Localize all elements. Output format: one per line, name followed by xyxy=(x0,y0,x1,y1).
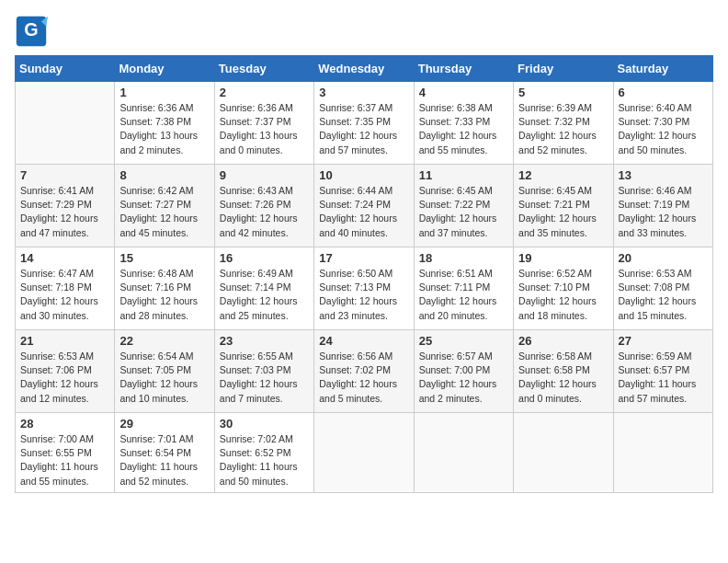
day-number: 30 xyxy=(220,417,309,431)
cell-info: Sunrise: 6:45 AMSunset: 7:22 PMDaylight:… xyxy=(419,184,508,240)
calendar-cell xyxy=(514,413,613,493)
day-number: 15 xyxy=(119,251,209,265)
day-number: 12 xyxy=(518,168,608,182)
calendar-cell: 27Sunrise: 6:59 AMSunset: 6:57 PMDayligh… xyxy=(613,330,712,413)
cell-info: Sunrise: 6:36 AMSunset: 7:37 PMDaylight:… xyxy=(220,101,309,157)
page-header: G xyxy=(15,15,713,48)
cell-info: Sunrise: 6:58 AMSunset: 6:58 PMDaylight:… xyxy=(518,350,608,406)
day-number: 19 xyxy=(518,251,608,265)
svg-text:G: G xyxy=(24,19,38,40)
day-number: 27 xyxy=(619,334,708,348)
cell-info: Sunrise: 6:48 AMSunset: 7:16 PMDaylight:… xyxy=(119,267,209,323)
calendar-cell: 24Sunrise: 6:56 AMSunset: 7:02 PMDayligh… xyxy=(314,330,414,413)
cell-info: Sunrise: 6:50 AMSunset: 7:13 PMDaylight:… xyxy=(319,267,408,323)
cell-info: Sunrise: 6:46 AMSunset: 7:19 PMDaylight:… xyxy=(619,184,708,240)
day-number: 5 xyxy=(518,86,608,99)
day-number: 4 xyxy=(419,86,508,99)
cell-info: Sunrise: 7:00 AMSunset: 6:55 PMDaylight:… xyxy=(20,432,109,488)
calendar-cell: 2Sunrise: 6:36 AMSunset: 7:37 PMDaylight… xyxy=(214,82,313,165)
calendar-cell: 14Sunrise: 6:47 AMSunset: 7:18 PMDayligh… xyxy=(16,247,115,330)
calendar-cell: 25Sunrise: 6:57 AMSunset: 7:00 PMDayligh… xyxy=(414,330,513,413)
cell-info: Sunrise: 6:51 AMSunset: 7:11 PMDaylight:… xyxy=(419,267,508,323)
calendar-cell: 12Sunrise: 6:45 AMSunset: 7:21 PMDayligh… xyxy=(514,165,613,247)
cell-info: Sunrise: 6:40 AMSunset: 7:30 PMDaylight:… xyxy=(619,101,708,157)
day-number: 8 xyxy=(119,168,209,182)
calendar-cell: 6Sunrise: 6:40 AMSunset: 7:30 PMDaylight… xyxy=(613,82,712,165)
cell-info: Sunrise: 6:55 AMSunset: 7:03 PMDaylight:… xyxy=(220,350,309,406)
weekday-header-sunday: Sunday xyxy=(16,56,115,82)
weekday-header-saturday: Saturday xyxy=(613,56,712,82)
cell-info: Sunrise: 6:41 AMSunset: 7:29 PMDaylight:… xyxy=(20,184,109,240)
cell-info: Sunrise: 6:37 AMSunset: 7:35 PMDaylight:… xyxy=(319,101,408,157)
weekday-header-tuesday: Tuesday xyxy=(214,56,313,82)
calendar-cell xyxy=(314,413,414,493)
calendar-cell: 13Sunrise: 6:46 AMSunset: 7:19 PMDayligh… xyxy=(613,165,712,247)
weekday-header-monday: Monday xyxy=(115,56,214,82)
weekday-header-row: SundayMondayTuesdayWednesdayThursdayFrid… xyxy=(16,56,713,82)
calendar-cell xyxy=(16,82,115,165)
cell-info: Sunrise: 7:02 AMSunset: 6:52 PMDaylight:… xyxy=(220,432,309,488)
calendar-table: SundayMondayTuesdayWednesdayThursdayFrid… xyxy=(15,55,713,493)
calendar-cell: 5Sunrise: 6:39 AMSunset: 7:32 PMDaylight… xyxy=(514,82,613,165)
calendar-cell xyxy=(613,413,712,493)
cell-info: Sunrise: 6:43 AMSunset: 7:26 PMDaylight:… xyxy=(220,184,309,240)
weekday-header-wednesday: Wednesday xyxy=(314,56,414,82)
cell-info: Sunrise: 6:59 AMSunset: 6:57 PMDaylight:… xyxy=(619,350,708,406)
calendar-cell: 28Sunrise: 7:00 AMSunset: 6:55 PMDayligh… xyxy=(16,413,115,493)
calendar-cell: 17Sunrise: 6:50 AMSunset: 7:13 PMDayligh… xyxy=(314,247,414,330)
week-row-2: 7Sunrise: 6:41 AMSunset: 7:29 PMDaylight… xyxy=(16,165,713,247)
cell-info: Sunrise: 6:56 AMSunset: 7:02 PMDaylight:… xyxy=(319,350,408,406)
cell-info: Sunrise: 6:53 AMSunset: 7:06 PMDaylight:… xyxy=(20,350,109,406)
cell-info: Sunrise: 6:53 AMSunset: 7:08 PMDaylight:… xyxy=(619,267,708,323)
day-number: 20 xyxy=(619,251,708,265)
day-number: 2 xyxy=(220,86,309,99)
calendar-cell: 16Sunrise: 6:49 AMSunset: 7:14 PMDayligh… xyxy=(214,247,313,330)
day-number: 16 xyxy=(220,251,309,265)
calendar-cell: 3Sunrise: 6:37 AMSunset: 7:35 PMDaylight… xyxy=(314,82,414,165)
logo: G xyxy=(15,15,51,48)
calendar-cell: 7Sunrise: 6:41 AMSunset: 7:29 PMDaylight… xyxy=(16,165,115,247)
cell-info: Sunrise: 6:54 AMSunset: 7:05 PMDaylight:… xyxy=(119,350,209,406)
week-row-4: 21Sunrise: 6:53 AMSunset: 7:06 PMDayligh… xyxy=(16,330,713,413)
cell-info: Sunrise: 6:44 AMSunset: 7:24 PMDaylight:… xyxy=(319,184,408,240)
calendar-cell: 20Sunrise: 6:53 AMSunset: 7:08 PMDayligh… xyxy=(613,247,712,330)
calendar-cell: 29Sunrise: 7:01 AMSunset: 6:54 PMDayligh… xyxy=(115,413,214,493)
cell-info: Sunrise: 6:47 AMSunset: 7:18 PMDaylight:… xyxy=(20,267,109,323)
calendar-cell: 26Sunrise: 6:58 AMSunset: 6:58 PMDayligh… xyxy=(514,330,613,413)
calendar-cell: 1Sunrise: 6:36 AMSunset: 7:38 PMDaylight… xyxy=(115,82,214,165)
cell-info: Sunrise: 6:39 AMSunset: 7:32 PMDaylight:… xyxy=(518,101,608,157)
calendar-cell: 30Sunrise: 7:02 AMSunset: 6:52 PMDayligh… xyxy=(214,413,313,493)
day-number: 18 xyxy=(419,251,508,265)
day-number: 22 xyxy=(119,334,209,348)
calendar-cell: 15Sunrise: 6:48 AMSunset: 7:16 PMDayligh… xyxy=(115,247,214,330)
day-number: 6 xyxy=(619,86,708,99)
day-number: 1 xyxy=(119,86,209,99)
day-number: 10 xyxy=(319,168,408,182)
calendar-cell: 8Sunrise: 6:42 AMSunset: 7:27 PMDaylight… xyxy=(115,165,214,247)
day-number: 28 xyxy=(20,417,109,431)
day-number: 25 xyxy=(419,334,508,348)
cell-info: Sunrise: 6:36 AMSunset: 7:38 PMDaylight:… xyxy=(119,101,209,157)
day-number: 26 xyxy=(518,334,608,348)
day-number: 9 xyxy=(220,168,309,182)
calendar-cell xyxy=(414,413,513,493)
cell-info: Sunrise: 7:01 AMSunset: 6:54 PMDaylight:… xyxy=(119,432,209,488)
cell-info: Sunrise: 6:52 AMSunset: 7:10 PMDaylight:… xyxy=(518,267,608,323)
calendar-cell: 11Sunrise: 6:45 AMSunset: 7:22 PMDayligh… xyxy=(414,165,513,247)
day-number: 13 xyxy=(619,168,708,182)
calendar-cell: 9Sunrise: 6:43 AMSunset: 7:26 PMDaylight… xyxy=(214,165,313,247)
day-number: 7 xyxy=(20,168,109,182)
calendar-cell: 21Sunrise: 6:53 AMSunset: 7:06 PMDayligh… xyxy=(16,330,115,413)
cell-info: Sunrise: 6:49 AMSunset: 7:14 PMDaylight:… xyxy=(220,267,309,323)
calendar-cell: 18Sunrise: 6:51 AMSunset: 7:11 PMDayligh… xyxy=(414,247,513,330)
week-row-5: 28Sunrise: 7:00 AMSunset: 6:55 PMDayligh… xyxy=(16,413,713,493)
calendar-cell: 19Sunrise: 6:52 AMSunset: 7:10 PMDayligh… xyxy=(514,247,613,330)
week-row-3: 14Sunrise: 6:47 AMSunset: 7:18 PMDayligh… xyxy=(16,247,713,330)
day-number: 3 xyxy=(319,86,408,99)
day-number: 23 xyxy=(220,334,309,348)
calendar-cell: 22Sunrise: 6:54 AMSunset: 7:05 PMDayligh… xyxy=(115,330,214,413)
calendar-cell: 4Sunrise: 6:38 AMSunset: 7:33 PMDaylight… xyxy=(414,82,513,165)
day-number: 11 xyxy=(419,168,508,182)
logo-icon: G xyxy=(15,15,48,48)
day-number: 24 xyxy=(319,334,408,348)
